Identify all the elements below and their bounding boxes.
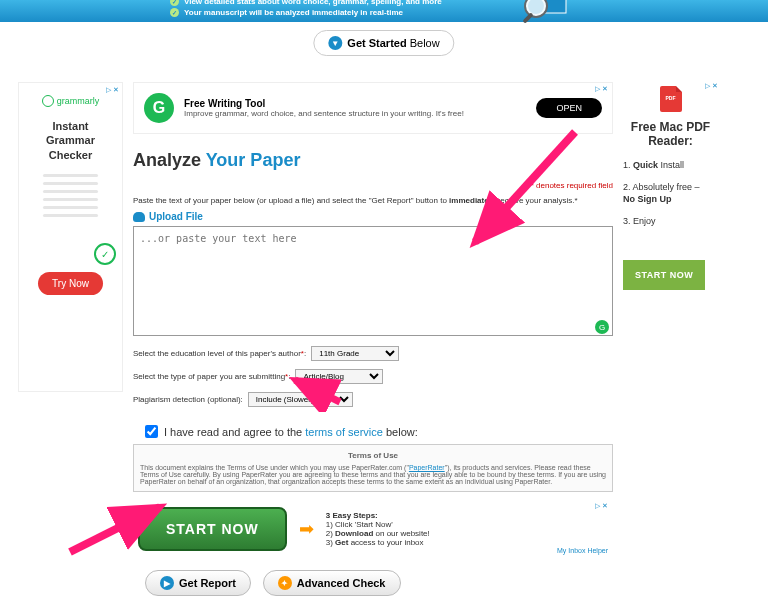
tos-box: Terms of Use This document explains the … (133, 444, 613, 492)
cloud-upload-icon (133, 212, 145, 222)
try-now-button[interactable]: Try Now (38, 272, 103, 295)
open-button[interactable]: OPEN (536, 98, 602, 118)
right-ad-item: 1. Quick Install (623, 160, 718, 170)
decorative-lines (27, 174, 114, 217)
bottom-ad: ▷ ✕ START NOW ➡ 3 Easy Steps: 1) Click '… (133, 502, 613, 556)
top-ad-bar: ▷ ✕ G Free Writing Tool Improve grammar,… (133, 82, 613, 134)
helper-link[interactable]: My Inbox Helper (557, 547, 608, 554)
plagiarism-label: Plagiarism detection (optional): (133, 395, 243, 404)
left-ad-title: Instant Grammar Checker (27, 119, 114, 162)
get-report-button[interactable]: ▶ Get Report (145, 570, 251, 596)
paper-text-input[interactable] (133, 226, 613, 336)
agree-text: I have read and agree to the terms of se… (164, 426, 418, 438)
grammarly-badge-icon: G (595, 320, 609, 334)
top-ad-desc: Improve grammar, word choice, and senten… (184, 109, 464, 118)
education-label: Select the education level of this paper… (133, 349, 306, 358)
orange-arrow-icon: ➡ (299, 518, 314, 540)
top-ad-title: Free Writing Tool (184, 98, 526, 109)
left-sidebar-ad: ▷ ✕ grammarly Instant Grammar Checker ✓ … (18, 82, 123, 392)
start-now-button[interactable]: START NOW (138, 507, 287, 551)
top-banner: ✓View detailed stats about word choice, … (0, 0, 768, 22)
ad-marker-icon[interactable]: ▷ ✕ (595, 502, 608, 510)
right-sidebar-ad: ▷ ✕ PDF Free Mac PDF Reader: 1. Quick In… (623, 82, 718, 596)
grammarly-logo: grammarly (27, 95, 114, 107)
check-circle-icon: ✓ (94, 243, 116, 265)
main-column: ▷ ✕ G Free Writing Tool Improve grammar,… (133, 82, 613, 596)
ad-marker-icon[interactable]: ▷ ✕ (595, 85, 608, 93)
start-now-right-button[interactable]: START NOW (623, 260, 705, 290)
down-arrow-icon: ▼ (328, 36, 342, 50)
paper-type-select[interactable]: Article/Blog (295, 369, 383, 384)
tos-title: Terms of Use (140, 451, 606, 460)
page-title: Analyze Your Paper (133, 150, 613, 171)
plus-icon: ✦ (278, 576, 292, 590)
right-ad-title: Free Mac PDF Reader: (623, 120, 718, 148)
agree-checkbox[interactable] (145, 425, 158, 438)
right-ad-item: 2. Absolutely free – (623, 182, 718, 192)
instructions: Paste the text of your paper below (or u… (133, 196, 613, 205)
steps-list: 3 Easy Steps: 1) Click 'Start Now' 2) Do… (326, 511, 430, 547)
paperrater-link[interactable]: PaperRater (409, 464, 445, 471)
ad-marker-icon[interactable]: ▷ ✕ (705, 82, 718, 90)
upload-file-link[interactable]: Upload File (133, 211, 613, 222)
grammarly-icon: G (144, 93, 174, 123)
banner-line2: Your manuscript will be analyzed immedia… (184, 8, 403, 17)
right-ad-item: 3. Enjoy (623, 216, 718, 226)
pdf-icon: PDF (660, 86, 682, 112)
check-icon: ✓ (170, 8, 179, 17)
play-icon: ▶ (160, 576, 174, 590)
tos-link[interactable]: terms of service (305, 426, 383, 438)
no-signup-label: No Sign Up (623, 194, 718, 204)
check-icon: ✓ (170, 0, 179, 6)
required-note: * denotes required field (133, 181, 613, 190)
plagiarism-select[interactable]: Include (Slower) (248, 392, 353, 407)
education-select[interactable]: 11th Grade (311, 346, 399, 361)
advanced-check-button[interactable]: ✦ Advanced Check (263, 570, 401, 596)
ad-marker-icon[interactable]: ▷ ✕ (106, 86, 119, 94)
paper-type-label: Select the type of paper you are submitt… (133, 372, 290, 381)
get-started-button[interactable]: ▼ Get Started Below (313, 30, 454, 56)
banner-line1: View detailed stats about word choice, g… (184, 0, 442, 6)
